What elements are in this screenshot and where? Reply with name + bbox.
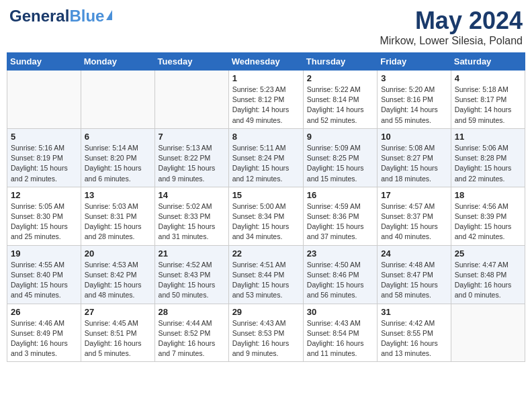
calendar-week-2: 5Sunrise: 5:16 AMSunset: 8:19 PMDaylight… bbox=[7, 128, 525, 187]
calendar-cell: 15Sunrise: 5:00 AMSunset: 8:34 PMDayligh… bbox=[228, 187, 303, 245]
calendar-cell: 13Sunrise: 5:03 AMSunset: 8:31 PMDayligh… bbox=[81, 187, 154, 245]
day-number: 17 bbox=[381, 190, 447, 200]
day-info: Sunrise: 5:22 AMSunset: 8:14 PMDaylight:… bbox=[307, 85, 373, 126]
day-info: Sunrise: 5:02 AMSunset: 8:33 PMDaylight:… bbox=[159, 201, 225, 242]
day-number: 5 bbox=[11, 132, 77, 142]
day-info: Sunrise: 5:03 AMSunset: 8:31 PMDaylight:… bbox=[85, 201, 151, 242]
calendar-cell: 18Sunrise: 4:56 AMSunset: 8:39 PMDayligh… bbox=[451, 187, 525, 245]
calendar-cell bbox=[154, 71, 228, 129]
calendar-cell: 14Sunrise: 5:02 AMSunset: 8:33 PMDayligh… bbox=[154, 187, 228, 245]
day-info: Sunrise: 5:00 AMSunset: 8:34 PMDaylight:… bbox=[232, 201, 300, 242]
day-info: Sunrise: 5:20 AMSunset: 8:16 PMDaylight:… bbox=[381, 85, 447, 126]
calendar-cell: 30Sunrise: 4:43 AMSunset: 8:54 PMDayligh… bbox=[303, 304, 377, 362]
logo: GeneralBlue bbox=[9, 7, 112, 26]
calendar-cell: 16Sunrise: 4:59 AMSunset: 8:36 PMDayligh… bbox=[303, 187, 377, 245]
col-wednesday: Wednesday bbox=[228, 53, 303, 71]
day-number: 20 bbox=[85, 248, 151, 259]
day-info: Sunrise: 5:13 AMSunset: 8:22 PMDaylight:… bbox=[159, 143, 225, 184]
col-tuesday: Tuesday bbox=[154, 53, 228, 71]
calendar-cell: 25Sunrise: 4:47 AMSunset: 8:48 PMDayligh… bbox=[451, 245, 525, 304]
day-info: Sunrise: 4:59 AMSunset: 8:36 PMDaylight:… bbox=[307, 201, 373, 242]
calendar-cell: 19Sunrise: 4:55 AMSunset: 8:40 PMDayligh… bbox=[7, 245, 81, 304]
day-info: Sunrise: 5:08 AMSunset: 8:27 PMDaylight:… bbox=[381, 143, 447, 184]
header-row: Sunday Monday Tuesday Wednesday Thursday… bbox=[7, 53, 525, 71]
day-info: Sunrise: 4:51 AMSunset: 8:44 PMDaylight:… bbox=[232, 260, 300, 301]
calendar-cell: 4Sunrise: 5:18 AMSunset: 8:17 PMDaylight… bbox=[451, 71, 525, 129]
day-info: Sunrise: 4:45 AMSunset: 8:51 PMDaylight:… bbox=[85, 318, 151, 359]
day-number: 24 bbox=[381, 248, 447, 259]
logo-triangle-icon bbox=[106, 10, 112, 20]
calendar-cell: 10Sunrise: 5:08 AMSunset: 8:27 PMDayligh… bbox=[378, 128, 451, 187]
day-number: 10 bbox=[381, 132, 447, 142]
day-number: 16 bbox=[307, 190, 373, 200]
day-info: Sunrise: 4:53 AMSunset: 8:42 PMDaylight:… bbox=[85, 260, 151, 301]
day-number: 27 bbox=[85, 307, 151, 317]
day-info: Sunrise: 5:11 AMSunset: 8:24 PMDaylight:… bbox=[232, 143, 300, 184]
day-number: 8 bbox=[232, 132, 300, 142]
calendar-cell: 3Sunrise: 5:20 AMSunset: 8:16 PMDaylight… bbox=[378, 71, 451, 129]
col-sunday: Sunday bbox=[7, 53, 81, 71]
day-number: 30 bbox=[307, 307, 373, 317]
calendar-cell bbox=[7, 71, 81, 129]
day-number: 19 bbox=[11, 248, 77, 259]
logo-general-text: General bbox=[9, 7, 69, 25]
calendar-cell: 17Sunrise: 4:57 AMSunset: 8:37 PMDayligh… bbox=[378, 187, 451, 245]
day-number: 12 bbox=[11, 190, 77, 200]
calendar-table: Sunday Monday Tuesday Wednesday Thursday… bbox=[7, 52, 525, 362]
day-info: Sunrise: 5:16 AMSunset: 8:19 PMDaylight:… bbox=[11, 143, 77, 184]
calendar-cell: 27Sunrise: 4:45 AMSunset: 8:51 PMDayligh… bbox=[81, 304, 154, 362]
day-info: Sunrise: 5:05 AMSunset: 8:30 PMDaylight:… bbox=[11, 201, 77, 242]
calendar-cell bbox=[81, 71, 154, 129]
day-number: 18 bbox=[455, 190, 521, 200]
day-number: 22 bbox=[232, 248, 300, 259]
day-info: Sunrise: 4:57 AMSunset: 8:37 PMDaylight:… bbox=[381, 201, 447, 242]
day-info: Sunrise: 5:09 AMSunset: 8:25 PMDaylight:… bbox=[307, 143, 373, 184]
logo-blue-text: Blue bbox=[69, 7, 104, 25]
col-thursday: Thursday bbox=[303, 53, 377, 71]
calendar-cell: 29Sunrise: 4:43 AMSunset: 8:53 PMDayligh… bbox=[228, 304, 303, 362]
col-saturday: Saturday bbox=[451, 53, 525, 71]
day-info: Sunrise: 5:18 AMSunset: 8:17 PMDaylight:… bbox=[455, 85, 521, 126]
page-title: May 2024 bbox=[380, 7, 523, 35]
col-friday: Friday bbox=[378, 53, 451, 71]
day-info: Sunrise: 4:50 AMSunset: 8:46 PMDaylight:… bbox=[307, 260, 373, 301]
day-number: 23 bbox=[307, 248, 373, 259]
day-number: 26 bbox=[11, 307, 77, 317]
page-header: GeneralBlue May 2024 Mirkow, Lower Siles… bbox=[7, 7, 525, 47]
day-number: 11 bbox=[455, 132, 521, 142]
calendar-cell: 28Sunrise: 4:44 AMSunset: 8:52 PMDayligh… bbox=[154, 304, 228, 362]
calendar-cell: 2Sunrise: 5:22 AMSunset: 8:14 PMDaylight… bbox=[303, 71, 377, 129]
calendar-week-3: 12Sunrise: 5:05 AMSunset: 8:30 PMDayligh… bbox=[7, 187, 525, 245]
day-info: Sunrise: 4:43 AMSunset: 8:54 PMDaylight:… bbox=[307, 318, 373, 359]
day-info: Sunrise: 4:55 AMSunset: 8:40 PMDaylight:… bbox=[11, 260, 77, 301]
calendar-body: 1Sunrise: 5:23 AMSunset: 8:12 PMDaylight… bbox=[7, 71, 525, 362]
calendar-cell: 8Sunrise: 5:11 AMSunset: 8:24 PMDaylight… bbox=[228, 128, 303, 187]
day-number: 13 bbox=[85, 190, 151, 200]
calendar-week-1: 1Sunrise: 5:23 AMSunset: 8:12 PMDaylight… bbox=[7, 71, 525, 129]
calendar-cell bbox=[451, 304, 525, 362]
calendar-week-5: 26Sunrise: 4:46 AMSunset: 8:49 PMDayligh… bbox=[7, 304, 525, 362]
calendar-cell: 20Sunrise: 4:53 AMSunset: 8:42 PMDayligh… bbox=[81, 245, 154, 304]
day-info: Sunrise: 4:47 AMSunset: 8:48 PMDaylight:… bbox=[455, 260, 521, 301]
calendar-cell: 9Sunrise: 5:09 AMSunset: 8:25 PMDaylight… bbox=[303, 128, 377, 187]
day-number: 9 bbox=[307, 132, 373, 142]
calendar-cell: 1Sunrise: 5:23 AMSunset: 8:12 PMDaylight… bbox=[228, 71, 303, 129]
day-info: Sunrise: 4:52 AMSunset: 8:43 PMDaylight:… bbox=[159, 260, 225, 301]
day-info: Sunrise: 5:06 AMSunset: 8:28 PMDaylight:… bbox=[455, 143, 521, 184]
calendar-cell: 24Sunrise: 4:48 AMSunset: 8:47 PMDayligh… bbox=[378, 245, 451, 304]
day-number: 2 bbox=[307, 73, 373, 83]
calendar-cell: 5Sunrise: 5:16 AMSunset: 8:19 PMDaylight… bbox=[7, 128, 81, 187]
day-number: 31 bbox=[381, 307, 447, 317]
day-info: Sunrise: 4:42 AMSunset: 8:55 PMDaylight:… bbox=[381, 318, 447, 359]
calendar-cell: 26Sunrise: 4:46 AMSunset: 8:49 PMDayligh… bbox=[7, 304, 81, 362]
day-number: 28 bbox=[159, 307, 225, 317]
day-number: 3 bbox=[381, 73, 447, 83]
day-number: 6 bbox=[85, 132, 151, 142]
day-info: Sunrise: 4:43 AMSunset: 8:53 PMDaylight:… bbox=[232, 318, 300, 359]
day-info: Sunrise: 5:23 AMSunset: 8:12 PMDaylight:… bbox=[232, 85, 300, 126]
day-info: Sunrise: 4:56 AMSunset: 8:39 PMDaylight:… bbox=[455, 201, 521, 242]
day-info: Sunrise: 4:46 AMSunset: 8:49 PMDaylight:… bbox=[11, 318, 77, 359]
day-info: Sunrise: 4:48 AMSunset: 8:47 PMDaylight:… bbox=[381, 260, 447, 301]
day-number: 1 bbox=[232, 73, 300, 83]
calendar-cell: 21Sunrise: 4:52 AMSunset: 8:43 PMDayligh… bbox=[154, 245, 228, 304]
